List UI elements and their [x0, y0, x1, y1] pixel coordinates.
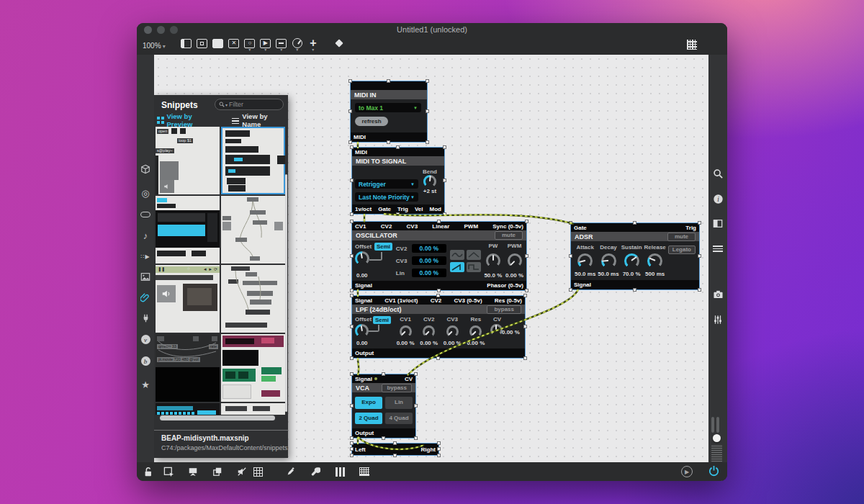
lin-value-box[interactable]: 0.00 %: [412, 269, 446, 277]
inlet-cv2[interactable]: CV2: [381, 223, 392, 230]
format-paint-button[interactable]: [331, 40, 347, 50]
inlet-midi[interactable]: MIDI: [355, 149, 367, 156]
module-lpf[interactable]: Signal CV1 (1v/oct) CV2 CV3 (0-5v) Res (…: [352, 296, 525, 358]
outlet-trig[interactable]: Trig: [397, 206, 408, 212]
module-midi-to-signal[interactable]: MIDI MIDI TO SIGNAL Retrigger Last Note …: [352, 148, 444, 214]
cv-knob[interactable]: [490, 324, 503, 336]
selection-handle[interactable]: [414, 404, 418, 408]
search-scope-caret-icon[interactable]: ▾: [225, 102, 228, 107]
playbar-button[interactable]: ▶: [681, 466, 693, 477]
inlet-cv3[interactable]: CV3: [407, 223, 418, 230]
lin-button[interactable]: Lin: [385, 397, 413, 409]
selection-handle[interactable]: [443, 145, 446, 149]
inlet-cv2[interactable]: CV2: [431, 297, 442, 304]
add-more-objects-button[interactable]: +▾: [305, 39, 321, 53]
patcher-tools-button[interactable]: [310, 466, 321, 477]
selection-handle[interactable]: [350, 356, 354, 360]
module-stereo[interactable]: Left Right: [352, 444, 438, 455]
outlet-gate[interactable]: Gate: [378, 206, 391, 212]
selection-handle[interactable]: [437, 220, 441, 223]
cv2-knob[interactable]: [423, 325, 435, 338]
new-playbar-button[interactable]: ▶▾: [258, 39, 274, 53]
inlet-res[interactable]: Res (0-5v): [495, 297, 522, 304]
module-midi-in[interactable]: MIDI IN to Max 1 refresh MIDI: [351, 81, 427, 142]
selection-handle[interactable]: [350, 212, 354, 216]
selection-handle[interactable]: [350, 441, 354, 445]
selection-handle[interactable]: [382, 372, 385, 376]
refresh-button[interactable]: refresh: [355, 117, 388, 126]
cv1-knob[interactable]: [400, 325, 412, 338]
offset-knob[interactable]: [355, 251, 369, 266]
selection-handle[interactable]: [426, 79, 429, 83]
new-object-button[interactable]: [194, 39, 210, 53]
new-dial-button[interactable]: ▾: [289, 38, 305, 53]
selection-handle[interactable]: [633, 221, 636, 225]
selection-handle[interactable]: [436, 294, 440, 297]
snippets-filter-field[interactable]: ▾: [215, 99, 284, 110]
selection-handle[interactable]: [393, 454, 397, 457]
selection-tool-button[interactable]: [163, 466, 174, 477]
selection-handle[interactable]: [350, 220, 354, 223]
audio-power-button[interactable]: [708, 465, 720, 477]
selection-handle[interactable]: [523, 325, 527, 328]
snippet-thumbnail[interactable]: [221, 265, 285, 333]
images-button[interactable]: [137, 272, 154, 282]
inlet-sync[interactable]: Sync (0-5v): [492, 223, 523, 230]
midi-keyboard-button[interactable]: [334, 466, 346, 477]
selection-handle[interactable]: [396, 145, 400, 149]
selection-handle[interactable]: [426, 109, 429, 113]
outlet-vel[interactable]: Vel: [415, 206, 423, 212]
snippet-thumbnail[interactable]: [221, 403, 285, 415]
mute-button[interactable]: mute: [667, 233, 696, 241]
cv2-value-box[interactable]: 0.00 %: [412, 244, 446, 253]
shortcut-keyboard-button[interactable]: [359, 466, 370, 477]
selection-handle[interactable]: [414, 436, 418, 440]
inlet-linear[interactable]: Linear: [432, 223, 449, 230]
tab-view-by-preview[interactable]: View by Preview: [157, 114, 216, 126]
decay-value[interactable]: 50.0 ms: [598, 271, 618, 277]
inlet-cv3[interactable]: CV3 (0-5v): [454, 297, 482, 304]
console-button[interactable]: [708, 244, 727, 252]
inlet-left[interactable]: Left: [355, 446, 366, 453]
selection-handle[interactable]: [523, 294, 527, 297]
inlet-cv[interactable]: CV: [405, 376, 413, 382]
snippet-thumbnail[interactable]: qmetro 33 rate jit.movie 720 480 @vol: [156, 334, 220, 402]
attack-knob[interactable]: [577, 253, 593, 269]
inlet-pwm[interactable]: PWM: [464, 223, 479, 230]
note-priority-dropdown[interactable]: Last Note Priority: [355, 192, 418, 202]
four-quad-button[interactable]: 4 Quad: [385, 413, 413, 425]
tab-view-by-name[interactable]: View by Name: [232, 114, 285, 126]
snap-to-grid-button[interactable]: [252, 466, 264, 477]
cv-value[interactable]: 0.00 %: [502, 329, 520, 336]
module-adsr[interactable]: Gate Trig ADSR mute Attack 50.0 ms Decay: [571, 223, 699, 289]
res-knob[interactable]: [469, 325, 482, 338]
release-value[interactable]: 500 ms: [645, 271, 665, 277]
outlet-output[interactable]: Output: [355, 430, 374, 436]
selection-handle[interactable]: [348, 140, 352, 144]
inlet-right[interactable]: Right: [421, 446, 436, 453]
selection-handle[interactable]: [426, 140, 429, 144]
selection-handle[interactable]: [436, 356, 440, 360]
sequences-button[interactable]: ∷▶: [137, 252, 154, 262]
inlet-signal[interactable]: Signal: [355, 297, 372, 304]
triangle-wave-button[interactable]: [467, 250, 481, 260]
grid-toggle-icon[interactable]: [687, 40, 697, 50]
objects-browser-button[interactable]: ◎: [137, 189, 154, 199]
reference-sidebar-button[interactable]: [708, 219, 727, 228]
outlet-output[interactable]: Output: [355, 350, 374, 356]
module-oscillator[interactable]: CV1 CV2 CV3 Linear PWM Sync (0-5v) OSCIL…: [352, 222, 526, 290]
favorites-button[interactable]: ★: [137, 380, 154, 390]
selection-handle[interactable]: [348, 79, 352, 83]
retrigger-dropdown[interactable]: Retrigger: [355, 179, 418, 189]
selection-handle[interactable]: [350, 145, 354, 149]
snippets-horizontal-scrollbar[interactable]: [160, 415, 275, 420]
selection-handle[interactable]: [393, 441, 397, 445]
offset-knob[interactable]: [355, 324, 369, 338]
selection-handle[interactable]: [698, 288, 701, 292]
outlet-midi[interactable]: MIDI: [354, 134, 366, 140]
audio-mute-button[interactable]: [236, 466, 248, 477]
knob-value[interactable]: +2 st: [423, 188, 436, 194]
selection-handle[interactable]: [350, 179, 354, 182]
snippets-vertical-scrollbar[interactable]: [285, 174, 287, 412]
selection-handle[interactable]: [698, 221, 701, 225]
